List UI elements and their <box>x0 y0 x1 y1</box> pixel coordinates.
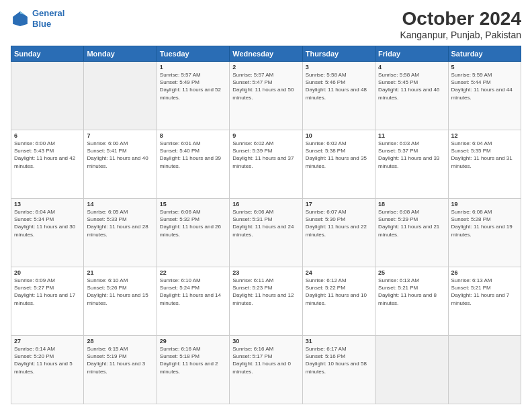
day-info: Sunrise: 6:02 AM Sunset: 5:39 PM Dayligh… <box>232 140 299 170</box>
calendar-day-cell: 11Sunrise: 6:03 AM Sunset: 5:37 PM Dayli… <box>375 130 448 199</box>
calendar-day-cell: 14Sunrise: 6:05 AM Sunset: 5:33 PM Dayli… <box>84 199 157 267</box>
calendar-day-cell: 5Sunrise: 5:59 AM Sunset: 5:44 PM Daylig… <box>448 62 521 130</box>
svg-marker-0 <box>13 11 28 26</box>
day-info: Sunrise: 6:04 AM Sunset: 5:34 PM Dayligh… <box>14 208 81 238</box>
calendar-day-cell: 24Sunrise: 6:12 AM Sunset: 5:22 PM Dayli… <box>302 267 375 336</box>
calendar-day-cell: 18Sunrise: 6:08 AM Sunset: 5:29 PM Dayli… <box>375 199 448 267</box>
weekday-header: Sunday <box>11 46 84 62</box>
day-info: Sunrise: 6:01 AM Sunset: 5:40 PM Dayligh… <box>160 140 226 170</box>
calendar-day-cell: 29Sunrise: 6:16 AM Sunset: 5:18 PM Dayli… <box>157 336 229 404</box>
day-info: Sunrise: 6:00 AM Sunset: 5:43 PM Dayligh… <box>14 140 81 170</box>
day-number: 23 <box>232 269 299 276</box>
day-number: 5 <box>451 64 518 71</box>
day-info: Sunrise: 6:03 AM Sunset: 5:37 PM Dayligh… <box>378 140 445 170</box>
day-info: Sunrise: 6:16 AM Sunset: 5:17 PM Dayligh… <box>232 345 299 375</box>
day-info: Sunrise: 6:04 AM Sunset: 5:35 PM Dayligh… <box>451 140 518 170</box>
calendar-week-row: 6Sunrise: 6:00 AM Sunset: 5:43 PM Daylig… <box>11 130 521 199</box>
day-number: 13 <box>14 201 81 208</box>
calendar-day-cell: 15Sunrise: 6:06 AM Sunset: 5:32 PM Dayli… <box>157 199 229 267</box>
day-info: Sunrise: 6:13 AM Sunset: 5:21 PM Dayligh… <box>451 277 518 307</box>
weekday-row: SundayMondayTuesdayWednesdayThursdayFrid… <box>11 46 521 62</box>
day-number: 19 <box>451 201 518 208</box>
logo: General Blue <box>11 8 64 29</box>
weekday-header: Wednesday <box>230 46 302 62</box>
page-subtitle: Kanganpur, Punjab, Pakistan <box>400 30 521 40</box>
calendar-day-cell: 13Sunrise: 6:04 AM Sunset: 5:34 PM Dayli… <box>11 199 84 267</box>
calendar-day-cell: 6Sunrise: 6:00 AM Sunset: 5:43 PM Daylig… <box>11 130 84 199</box>
day-info: Sunrise: 6:00 AM Sunset: 5:41 PM Dayligh… <box>87 140 153 170</box>
calendar-day-cell: 19Sunrise: 6:08 AM Sunset: 5:28 PM Dayli… <box>448 199 521 267</box>
calendar-week-row: 13Sunrise: 6:04 AM Sunset: 5:34 PM Dayli… <box>11 199 521 267</box>
day-number: 22 <box>160 269 226 276</box>
day-number: 1 <box>160 64 226 71</box>
day-number: 12 <box>451 132 518 139</box>
day-info: Sunrise: 6:08 AM Sunset: 5:29 PM Dayligh… <box>378 208 445 238</box>
calendar-day-cell: 3Sunrise: 5:58 AM Sunset: 5:46 PM Daylig… <box>302 62 375 130</box>
weekday-header: Monday <box>84 46 157 62</box>
day-info: Sunrise: 6:13 AM Sunset: 5:21 PM Dayligh… <box>378 277 445 307</box>
calendar-day-cell: 8Sunrise: 6:01 AM Sunset: 5:40 PM Daylig… <box>157 130 229 199</box>
calendar-day-cell: 23Sunrise: 6:11 AM Sunset: 5:23 PM Dayli… <box>230 267 302 336</box>
day-number: 25 <box>378 269 445 276</box>
calendar-week-row: 27Sunrise: 6:14 AM Sunset: 5:20 PM Dayli… <box>11 336 521 404</box>
calendar-day-cell: 30Sunrise: 6:16 AM Sunset: 5:17 PM Dayli… <box>230 336 302 404</box>
day-info: Sunrise: 6:11 AM Sunset: 5:23 PM Dayligh… <box>232 277 299 307</box>
title-section: October 2024 Kanganpur, Punjab, Pakistan <box>400 8 521 40</box>
day-info: Sunrise: 6:06 AM Sunset: 5:32 PM Dayligh… <box>160 208 226 238</box>
day-number: 6 <box>14 132 81 139</box>
weekday-header: Thursday <box>302 46 375 62</box>
calendar-day-cell: 9Sunrise: 6:02 AM Sunset: 5:39 PM Daylig… <box>230 130 302 199</box>
day-number: 21 <box>87 269 153 276</box>
day-number: 26 <box>451 269 518 276</box>
day-number: 2 <box>232 64 299 71</box>
calendar-day-cell <box>375 336 448 404</box>
day-info: Sunrise: 6:10 AM Sunset: 5:24 PM Dayligh… <box>160 277 226 307</box>
day-info: Sunrise: 6:16 AM Sunset: 5:18 PM Dayligh… <box>160 345 226 375</box>
day-info: Sunrise: 5:57 AM Sunset: 5:49 PM Dayligh… <box>160 71 226 101</box>
day-number: 16 <box>232 201 299 208</box>
logo-icon <box>11 9 30 28</box>
calendar-day-cell: 2Sunrise: 5:57 AM Sunset: 5:47 PM Daylig… <box>230 62 302 130</box>
day-number: 24 <box>306 269 372 276</box>
day-number: 4 <box>378 64 445 71</box>
weekday-header: Saturday <box>448 46 521 62</box>
day-number: 8 <box>160 132 226 139</box>
calendar-day-cell <box>84 62 157 130</box>
day-number: 14 <box>87 201 153 208</box>
day-info: Sunrise: 5:57 AM Sunset: 5:47 PM Dayligh… <box>232 71 299 101</box>
day-info: Sunrise: 6:10 AM Sunset: 5:26 PM Dayligh… <box>87 277 153 307</box>
day-number: 18 <box>378 201 445 208</box>
calendar-day-cell: 12Sunrise: 6:04 AM Sunset: 5:35 PM Dayli… <box>448 130 521 199</box>
page-title: October 2024 <box>400 8 521 30</box>
calendar-week-row: 20Sunrise: 6:09 AM Sunset: 5:27 PM Dayli… <box>11 267 521 336</box>
calendar-day-cell: 22Sunrise: 6:10 AM Sunset: 5:24 PM Dayli… <box>157 267 229 336</box>
header: General Blue October 2024 Kanganpur, Pun… <box>11 8 521 40</box>
calendar-day-cell: 25Sunrise: 6:13 AM Sunset: 5:21 PM Dayli… <box>375 267 448 336</box>
weekday-header: Tuesday <box>157 46 229 62</box>
logo-text: General Blue <box>32 8 64 29</box>
day-info: Sunrise: 5:59 AM Sunset: 5:44 PM Dayligh… <box>451 71 518 101</box>
calendar: SundayMondayTuesdayWednesdayThursdayFrid… <box>11 46 521 404</box>
day-info: Sunrise: 6:17 AM Sunset: 5:16 PM Dayligh… <box>306 345 372 375</box>
calendar-week-row: 1Sunrise: 5:57 AM Sunset: 5:49 PM Daylig… <box>11 62 521 130</box>
calendar-day-cell: 31Sunrise: 6:17 AM Sunset: 5:16 PM Dayli… <box>302 336 375 404</box>
calendar-table: SundayMondayTuesdayWednesdayThursdayFrid… <box>11 46 521 404</box>
day-number: 29 <box>160 338 226 345</box>
day-number: 31 <box>306 338 372 345</box>
calendar-day-cell: 4Sunrise: 5:58 AM Sunset: 5:45 PM Daylig… <box>375 62 448 130</box>
day-info: Sunrise: 6:02 AM Sunset: 5:38 PM Dayligh… <box>306 140 372 170</box>
day-info: Sunrise: 6:08 AM Sunset: 5:28 PM Dayligh… <box>451 208 518 238</box>
day-number: 17 <box>306 201 372 208</box>
calendar-body: 1Sunrise: 5:57 AM Sunset: 5:49 PM Daylig… <box>11 62 521 404</box>
day-number: 15 <box>160 201 226 208</box>
day-number: 9 <box>232 132 299 139</box>
calendar-day-cell: 17Sunrise: 6:07 AM Sunset: 5:30 PM Dayli… <box>302 199 375 267</box>
weekday-header: Friday <box>375 46 448 62</box>
day-number: 20 <box>14 269 81 276</box>
day-info: Sunrise: 6:05 AM Sunset: 5:33 PM Dayligh… <box>87 208 153 238</box>
day-info: Sunrise: 6:15 AM Sunset: 5:19 PM Dayligh… <box>87 345 153 375</box>
day-number: 11 <box>378 132 445 139</box>
day-number: 7 <box>87 132 153 139</box>
day-number: 28 <box>87 338 153 345</box>
calendar-day-cell: 21Sunrise: 6:10 AM Sunset: 5:26 PM Dayli… <box>84 267 157 336</box>
